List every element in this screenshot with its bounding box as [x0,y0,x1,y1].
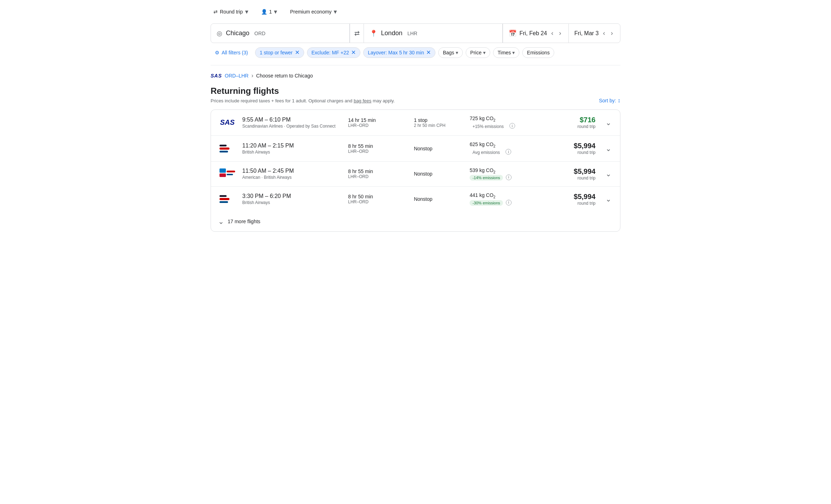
breadcrumb: SAS ORD–LHR › Choose return to Chicago [211,73,620,79]
flight-stops-col: 1 stop 2 hr 50 min CPH [414,117,464,128]
sort-label: Sort by: [599,98,616,103]
destination-segment[interactable]: 📍 London LHR [364,24,503,43]
origin-icon: ◎ [217,30,222,37]
flight-price: $5,994 [545,142,596,150]
expand-flight-button[interactable]: ⌄ [604,117,613,128]
flight-duration-col: 14 hr 15 min LHR–ORD [348,117,408,128]
calendar-icon: 📅 [509,30,517,37]
expand-flight-button[interactable]: ⌄ [604,168,613,179]
flight-emissions-col: 539 kg CO2 -14% emissions i [470,167,540,181]
cabin-label: Premium economy [290,9,332,15]
stop-filter-remove[interactable]: ✕ [295,50,300,55]
bags-chevron: ▾ [456,50,458,55]
flight-via: 2 hr 50 min CPH [414,123,464,128]
depart-date-segment[interactable]: 📅 Fri, Feb 24 ‹ › [503,24,568,43]
flight-price: $5,994 [545,193,596,201]
flight-emissions-col: 441 kg CO2 -30% emissions i [470,192,540,206]
emissions-tag: Avg emissions [470,149,503,156]
flight-price-col: $5,994 round trip [545,167,596,181]
svg-rect-2 [219,151,228,152]
layover-filter-remove[interactable]: ✕ [426,50,431,55]
bags-filter-button[interactable]: Bags ▾ [438,47,463,58]
svg-rect-4 [219,173,226,177]
all-filters-button[interactable]: ⚙ All filters (3) [211,48,252,58]
ba-logo-svg [219,194,235,204]
flight-duration: 14 hr 15 min [348,117,408,123]
flight-price-label: round trip [545,201,596,206]
depart-prev-button[interactable]: ‹ [550,28,555,38]
filter-bar: ⚙ All filters (3) 1 stop or fewer ✕ Excl… [211,47,620,58]
return-date: Fri, Mar 3 [575,30,599,37]
flight-route: LHR–ORD [348,123,408,128]
destination-city: London [381,30,402,37]
flight-price-col: $5,994 round trip [545,193,596,206]
section-subtext: Prices include required taxes + fees for… [211,97,620,104]
origin-code: ORD [254,31,265,36]
depart-date: Fri, Feb 24 [519,30,547,37]
emissions-info-icon[interactable]: i [506,175,512,180]
person-icon: 👤 [261,9,267,15]
flight-price: $716 [545,116,596,124]
breadcrumb-current: Choose return to Chicago [256,73,313,79]
stop-filter-chip[interactable]: 1 stop or fewer ✕ [255,47,304,58]
flight-co2: 539 kg CO2 [470,167,540,174]
origin-segment[interactable]: ◎ Chicago ORD [211,24,350,43]
emissions-info-icon[interactable]: i [506,200,512,205]
breadcrumb-route-link[interactable]: ORD–LHR [225,73,249,79]
flight-duration: 8 hr 55 min [348,143,408,149]
times-filter-button[interactable]: Times ▾ [493,47,520,58]
flight-row[interactable]: SAS 9:55 AM – 6:10 PM Scandinavian Airli… [211,110,620,136]
emissions-info-icon[interactable]: i [506,149,511,155]
times-filter-label: Times [498,50,511,55]
flight-duration-col: 8 hr 55 min LHR–ORD [348,143,408,154]
bag-fees-link[interactable]: bag fees [354,98,371,103]
flight-price-label: round trip [545,124,596,129]
exclude-filter-chip[interactable]: Exclude: MF +22 ✕ [307,47,360,58]
trip-type-chevron: ▾ [245,8,248,16]
sort-by-button[interactable]: Sort by: ↕ [599,97,620,104]
flight-time-col: 11:50 AM – 2:45 PM American · British Ai… [242,168,343,180]
more-flights-label: 17 more flights [228,219,260,224]
flight-stops-col: Nonstop [414,146,464,151]
svg-rect-1 [219,145,227,146]
flight-duration-col: 8 hr 55 min LHR–ORD [348,168,408,179]
expand-flight-button[interactable]: ⌄ [604,193,613,205]
more-flights-row[interactable]: ⌄ 17 more flights [211,211,620,231]
return-prev-button[interactable]: ‹ [602,28,607,38]
trip-type-button[interactable]: ⇄ Round trip ▾ [211,6,251,18]
depart-next-button[interactable]: › [558,28,563,38]
return-date-segment[interactable]: Fri, Mar 3 ‹ › [568,24,620,43]
flight-duration-col: 8 hr 50 min LHR–ORD [348,194,408,204]
breadcrumb-arrow: › [252,73,253,79]
flight-stops: Nonstop [414,171,464,177]
flight-row[interactable]: 11:20 AM – 2:15 PM British Airways 8 hr … [211,136,620,162]
layover-filter-chip[interactable]: Layover: Max 5 hr 30 min ✕ [363,47,435,58]
flight-row[interactable]: 3:30 PM – 6:20 PM British Airways 8 hr 5… [211,187,620,211]
all-filters-label: All filters (3) [222,50,248,55]
flight-price-col: $716 round trip [545,116,596,129]
emissions-tag: -30% emissions [470,200,503,206]
flight-row[interactable]: 11:50 AM – 2:45 PM American · British Ai… [211,162,620,187]
return-next-button[interactable]: › [609,28,614,38]
airline-logo: SAS [218,118,237,127]
cabin-button[interactable]: Premium economy ▾ [287,6,340,18]
expand-flight-button[interactable]: ⌄ [604,143,613,154]
flight-time-col: 11:20 AM – 2:15 PM British Airways [242,143,343,155]
swap-button[interactable]: ⇄ [350,24,364,43]
flight-stops: Nonstop [414,146,464,151]
passengers-chevron: ▾ [274,8,277,16]
emissions-info-icon[interactable]: i [509,123,515,129]
cabin-chevron: ▾ [334,8,337,16]
passengers-button[interactable]: 👤 1 ▾ [258,6,280,18]
emissions-tag: +15% emissions [470,123,507,130]
price-chevron: ▾ [483,50,486,55]
times-chevron: ▾ [512,50,515,55]
emissions-filter-button[interactable]: Emissions [522,47,554,58]
destination-icon: 📍 [370,30,377,37]
exclude-filter-remove[interactable]: ✕ [351,50,356,55]
price-filter-button[interactable]: Price ▾ [466,47,490,58]
airline-logo [218,168,237,180]
search-bar: ◎ Chicago ORD ⇄ 📍 London LHR 📅 Fri, Feb … [211,23,620,43]
filter-icon: ⚙ [215,50,219,55]
flight-stops-col: Nonstop [414,196,464,202]
